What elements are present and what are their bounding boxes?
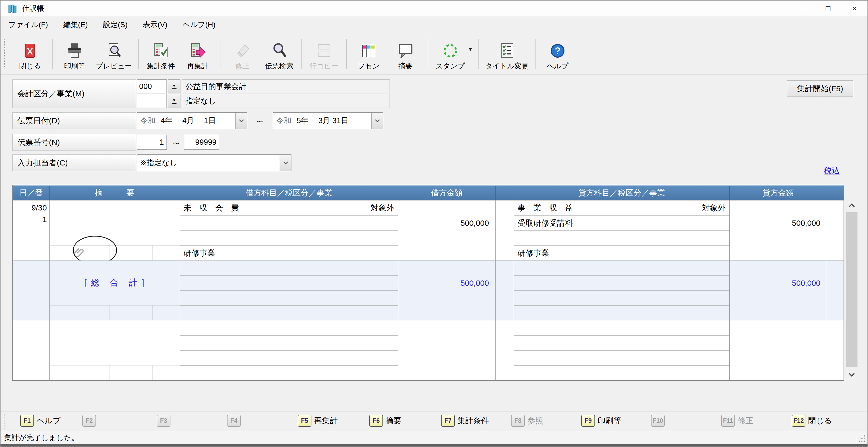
row-copy-button: 行コピー	[306, 35, 342, 72]
journal-entry-row[interactable]: 9/30 1	[13, 200, 843, 260]
preview-button[interactable]: プレビュー	[93, 35, 135, 72]
toolbar-label: 閉じる	[19, 61, 41, 71]
empty-debit-account-cell	[180, 321, 398, 381]
dropdown-triangle-icon: ▼	[172, 98, 176, 102]
menu-file[interactable]: ファイル(F)	[8, 20, 48, 30]
total-debit-amount: 500,000	[398, 275, 495, 291]
date-from-chevron-button[interactable]	[236, 113, 247, 129]
credit-line-1: 事 業 収 益 対象外	[514, 201, 730, 215]
menu-view[interactable]: 表示(V)	[143, 20, 167, 30]
help-button[interactable]: ? ヘルプ	[539, 35, 576, 72]
entry-person-value: ※指定なし	[140, 157, 178, 168]
date-from-combo[interactable]: 令和 4年 4月 1日	[137, 112, 247, 129]
start-aggregation-button[interactable]: 集計開始(F5)	[787, 81, 853, 97]
voucher-number-to-input[interactable]: 99999	[184, 135, 219, 150]
close-button[interactable]: ×	[841, 1, 867, 16]
paperclip-icon	[73, 247, 86, 259]
fkey-f12-close[interactable]: F12 閉じる	[792, 415, 832, 427]
voucher-number-from-input[interactable]: 1	[137, 135, 167, 150]
business-code-input[interactable]	[137, 94, 167, 108]
close-x-icon: X	[22, 42, 38, 59]
stamp-button[interactable]: スタンプ	[432, 35, 469, 72]
toolbar-grip[interactable]	[4, 39, 7, 68]
header-gap2	[827, 186, 843, 200]
fkey-f9-print[interactable]: F9 印刷等	[581, 415, 621, 427]
voucher-search-button[interactable]: 伝票検索	[261, 35, 298, 72]
title-bar: 仕訳帳 – □ ×	[1, 1, 867, 16]
fkey-f4: F4	[227, 415, 243, 427]
total-date-cell	[13, 261, 50, 321]
empty-line	[514, 321, 730, 335]
scroll-down-button[interactable]	[845, 369, 858, 381]
scrollbar-thumb[interactable]	[846, 212, 858, 367]
fkey-f1-help[interactable]: F1 ヘルプ	[20, 415, 61, 427]
date-to-chevron-button[interactable]	[371, 113, 383, 129]
date-to-combo[interactable]: 令和 5年 3月 31日	[273, 112, 383, 129]
credit-tax-class: 対象外	[702, 203, 726, 213]
total-debit-account-cell	[180, 261, 398, 321]
stamp-dropdown-arrow-icon[interactable]: ▼	[468, 46, 473, 53]
search-magnifier-icon	[271, 42, 288, 59]
summary-sub-row	[50, 245, 180, 260]
tax-included-link[interactable]: 税込	[824, 165, 840, 176]
toolbar-label: 修正	[236, 61, 250, 71]
account-code-input[interactable]: 000	[137, 80, 167, 93]
f1-keycap: F1	[20, 415, 34, 427]
vertical-scrollbar[interactable]	[845, 200, 858, 381]
header-gap1	[496, 186, 514, 200]
speech-bubble-icon	[397, 42, 414, 59]
entry-person-combo[interactable]: ※指定なし	[137, 154, 291, 171]
toolbar-separator	[535, 39, 535, 69]
empty-line	[514, 261, 730, 275]
menu-settings[interactable]: 設定(S)	[103, 20, 128, 30]
empty-line	[180, 275, 398, 291]
resize-grip-icon[interactable]	[858, 435, 866, 443]
preview-doc-magnifier-icon	[105, 42, 122, 59]
fkey-f7-conditions[interactable]: F7 集計条件	[441, 415, 489, 427]
fkey-label: 修正	[738, 415, 753, 426]
print-button[interactable]: 印刷等	[56, 35, 93, 72]
edit-button: 修正	[224, 35, 261, 72]
eraser-icon	[234, 42, 251, 59]
debit-business-name: 研修事業	[184, 248, 215, 259]
aggregate-conditions-button[interactable]: 集計条件	[143, 35, 179, 72]
f3-keycap: F3	[157, 415, 170, 427]
fkey-label: 摘要	[385, 415, 401, 426]
fbar-grip[interactable]	[4, 414, 4, 429]
debit-business: 研修事業	[180, 245, 398, 261]
f2-keycap: F2	[82, 415, 96, 427]
total-summary-cell: [ 総 合 計 ]	[50, 261, 180, 321]
menu-help[interactable]: ヘルプ(H)	[183, 20, 215, 30]
toolbar-label: タイトル変更	[485, 61, 529, 71]
empty-journal-row[interactable]	[13, 320, 843, 380]
fkey-f6-summary[interactable]: F6 摘要	[369, 415, 401, 427]
f7-keycap: F7	[441, 415, 455, 427]
fkey-f5-reaggregate[interactable]: F5 再集計	[298, 415, 338, 427]
close-window-toolbar-button[interactable]: X 閉じる	[11, 35, 49, 72]
debit-amount-cell: 500,000	[398, 201, 496, 261]
debit-line-2	[180, 215, 398, 231]
header-summary: 摘 要	[50, 186, 180, 200]
reaggregate-button[interactable]: 再集計	[179, 35, 216, 72]
account-code-lookup-button[interactable]: ▼	[168, 80, 180, 93]
fusen-button[interactable]: フセン	[350, 35, 387, 72]
toolbar-label: 伝票検索	[265, 61, 293, 71]
summary-sub-cell	[153, 245, 180, 260]
toolbar-separator	[138, 39, 139, 69]
fkey-label: 集計条件	[457, 415, 489, 426]
attachment-cell[interactable]	[50, 245, 110, 260]
minimize-button[interactable]: –	[788, 1, 815, 16]
summary-button[interactable]: 摘要	[387, 35, 424, 72]
maximize-button[interactable]: □	[815, 1, 841, 16]
debit-amount: 500,000	[398, 215, 495, 231]
entry-person-chevron-button[interactable]	[280, 155, 291, 171]
empty-line	[514, 291, 730, 305]
credit-amount: 500,000	[730, 215, 827, 231]
journal-book-icon	[7, 3, 18, 14]
menu-edit[interactable]: 編集(E)	[63, 20, 88, 30]
title-change-button[interactable]: タイトル変更	[483, 35, 531, 72]
header-debit-amount: 借方金額	[398, 186, 496, 200]
svg-text:X: X	[27, 46, 33, 56]
business-code-lookup-button[interactable]: ▼	[168, 94, 180, 108]
scroll-up-button[interactable]	[845, 200, 858, 211]
